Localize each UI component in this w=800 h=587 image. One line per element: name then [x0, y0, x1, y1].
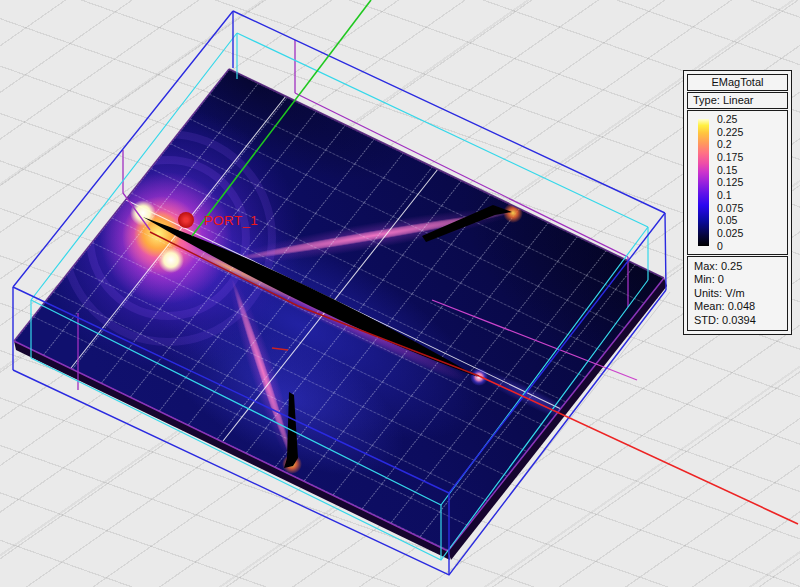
stat-std: STD: 0.0394 — [694, 314, 787, 327]
stat-min: Min: 0 — [694, 273, 787, 286]
legend-colorbar-section: 0.25 0.225 0.2 0.175 0.15 0.125 0.1 0.07… — [687, 110, 788, 255]
legend-title: EMagTotal — [687, 74, 788, 91]
colorbar-tick: 0.225 — [717, 127, 743, 138]
legend-stats: Max: 0.25 Min: 0 Units: V/m Mean: 0.048 … — [687, 256, 788, 331]
colorbar-tick: 0.15 — [717, 165, 737, 176]
stat-units: Units: V/m — [694, 287, 787, 300]
colorbar-tick: 0.05 — [717, 215, 737, 226]
app-background: { "viewport": { "port_label": "PORT_1", … — [0, 0, 800, 587]
legend-scale-type: Type: Linear — [687, 92, 788, 109]
legend-panel: EMagTotal Type: Linear 0.25 0.225 0.2 0.… — [683, 70, 792, 335]
colorbar-tick: 0.1 — [717, 190, 732, 201]
stat-mean: Mean: 0.048 — [694, 300, 787, 313]
port-marker[interactable] — [178, 212, 194, 228]
colorbar-tick: 0.25 — [717, 114, 737, 125]
colorbar-tick: 0.175 — [717, 152, 743, 163]
colorbar-tick: 0.025 — [717, 228, 743, 239]
stat-max: Max: 0.25 — [694, 260, 787, 273]
colorbar-gradient — [698, 119, 709, 246]
colorbar-tick: 0 — [717, 241, 723, 252]
colorbar-tick: 0.2 — [717, 139, 732, 150]
colorbar-tick: 0.075 — [717, 203, 743, 214]
port-label: PORT_1 — [204, 213, 258, 228]
viewport-3d[interactable]: PORT_1 — [0, 0, 800, 587]
colorbar-tick: 0.125 — [717, 177, 743, 188]
